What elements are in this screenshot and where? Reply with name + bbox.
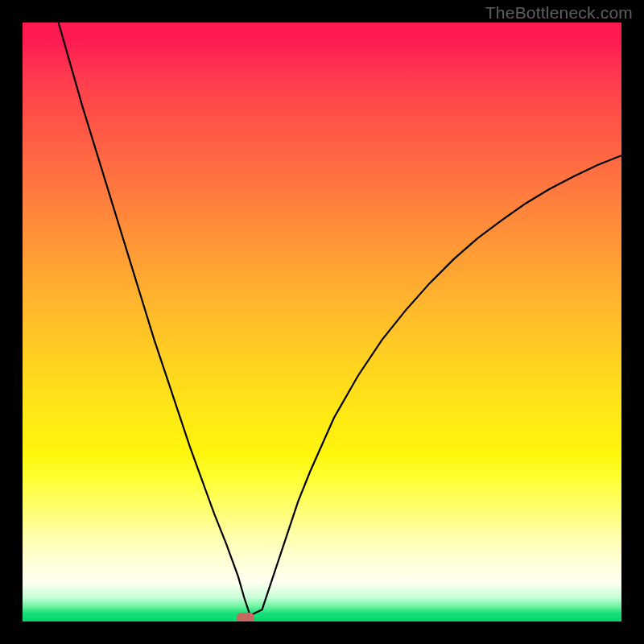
chart-frame: TheBottleneck.com [0, 0, 644, 644]
bottleneck-curve [59, 23, 621, 616]
watermark-text: TheBottleneck.com [485, 3, 633, 23]
curve-layer [23, 23, 621, 621]
plot-area [23, 23, 621, 621]
optimal-marker [237, 613, 254, 621]
